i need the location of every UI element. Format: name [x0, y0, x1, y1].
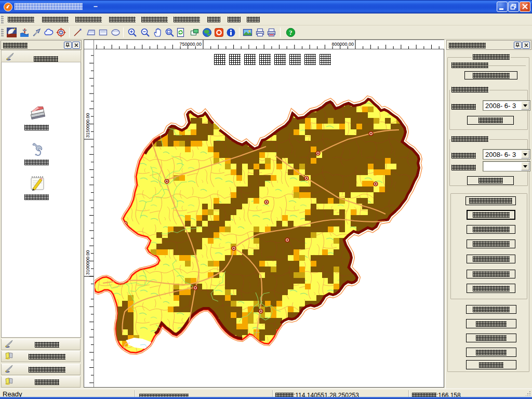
svg-text:?: ?	[289, 29, 292, 36]
svg-text:750000.00: 750000.00	[179, 42, 202, 47]
svg-text:3100000.00: 3100000.00	[85, 250, 90, 275]
svg-text:3150000.00: 3150000.00	[85, 113, 90, 138]
svg-text:800000.00: 800000.00	[331, 42, 354, 47]
